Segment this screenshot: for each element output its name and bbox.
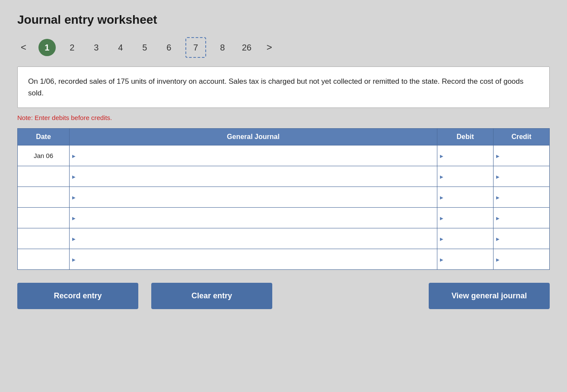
page-8[interactable]: 8 <box>215 41 230 54</box>
debit-cell-2[interactable] <box>437 187 494 208</box>
journal-cell-3[interactable] <box>70 208 437 228</box>
date-cell-3 <box>18 208 70 228</box>
journal-cell-0[interactable] <box>70 145 437 166</box>
credit-cell-0[interactable] <box>494 145 550 166</box>
page-title: Journal entry worksheet <box>17 13 550 27</box>
debit-cell-1[interactable] <box>437 166 494 187</box>
date-cell-1 <box>18 166 70 187</box>
debit-input-0[interactable] <box>437 145 493 166</box>
journal-table: Date General Journal Debit Credit Jan 06 <box>17 128 550 270</box>
next-button[interactable]: > <box>263 40 276 55</box>
table-row <box>18 166 550 187</box>
credit-input-3[interactable] <box>494 208 549 228</box>
credit-input-4[interactable] <box>494 228 549 249</box>
table-row <box>18 228 550 249</box>
debit-input-3[interactable] <box>437 208 493 228</box>
date-cell-0: Jan 06 <box>18 145 70 166</box>
description-box: On 1/06, recorded sales of 175 units of … <box>17 66 550 108</box>
credit-input-1[interactable] <box>494 166 549 187</box>
journal-cell-1[interactable] <box>70 166 437 187</box>
header-date: Date <box>18 129 70 145</box>
table-row: Jan 06 <box>18 145 550 166</box>
buttons-row: Record entry Clear entry View general jo… <box>17 283 550 309</box>
clear-entry-button[interactable]: Clear entry <box>151 283 272 309</box>
journal-input-0[interactable] <box>70 145 437 166</box>
journal-input-5[interactable] <box>70 249 437 269</box>
date-cell-5 <box>18 249 70 270</box>
note-text: Note: Enter debits before credits. <box>17 114 550 121</box>
header-credit: Credit <box>494 129 550 145</box>
prev-button[interactable]: < <box>17 40 30 55</box>
journal-input-1[interactable] <box>70 166 437 187</box>
credit-cell-5[interactable] <box>494 249 550 270</box>
date-cell-2 <box>18 187 70 208</box>
credit-cell-4[interactable] <box>494 228 550 249</box>
page-2[interactable]: 2 <box>64 41 80 54</box>
page-26[interactable]: 26 <box>239 41 255 54</box>
journal-input-3[interactable] <box>70 208 437 228</box>
description-text: On 1/06, recorded sales of 175 units of … <box>28 76 539 99</box>
view-general-journal-button[interactable]: View general journal <box>429 283 550 309</box>
header-debit: Debit <box>437 129 494 145</box>
pagination: < 1 2 3 4 5 6 7 8 26 > <box>17 37 550 58</box>
page-3[interactable]: 3 <box>89 41 104 54</box>
credit-input-5[interactable] <box>494 249 549 269</box>
debit-input-1[interactable] <box>437 166 493 187</box>
page-6[interactable]: 6 <box>161 41 177 54</box>
debit-cell-0[interactable] <box>437 145 494 166</box>
debit-input-4[interactable] <box>437 228 493 249</box>
page-4[interactable]: 4 <box>113 41 128 54</box>
credit-input-2[interactable] <box>494 187 549 207</box>
debit-cell-3[interactable] <box>437 208 494 228</box>
table-row <box>18 208 550 228</box>
table-row <box>18 249 550 270</box>
debit-cell-5[interactable] <box>437 249 494 270</box>
journal-cell-2[interactable] <box>70 187 437 208</box>
credit-cell-3[interactable] <box>494 208 550 228</box>
table-row <box>18 187 550 208</box>
journal-cell-5[interactable] <box>70 249 437 270</box>
page-5[interactable]: 5 <box>137 41 153 54</box>
debit-input-2[interactable] <box>437 187 493 207</box>
page-1[interactable]: 1 <box>38 39 56 56</box>
debit-cell-4[interactable] <box>437 228 494 249</box>
credit-input-0[interactable] <box>494 145 549 166</box>
credit-cell-2[interactable] <box>494 187 550 208</box>
date-cell-4 <box>18 228 70 249</box>
debit-input-5[interactable] <box>437 249 493 269</box>
journal-input-2[interactable] <box>70 187 437 207</box>
page-7[interactable]: 7 <box>185 37 206 58</box>
record-entry-button[interactable]: Record entry <box>17 283 138 309</box>
journal-cell-4[interactable] <box>70 228 437 249</box>
credit-cell-1[interactable] <box>494 166 550 187</box>
header-general-journal: General Journal <box>70 129 437 145</box>
journal-input-4[interactable] <box>70 228 437 249</box>
